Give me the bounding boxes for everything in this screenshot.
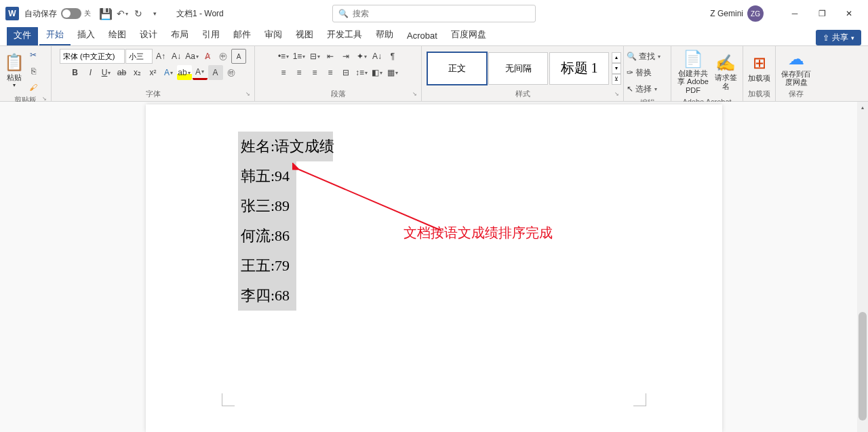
show-marks-button[interactable]: ¶ bbox=[385, 49, 400, 64]
share-button[interactable]: ⇪ 共享 ▾ bbox=[816, 30, 861, 45]
doc-data-row[interactable]: 王五:79 bbox=[238, 251, 296, 281]
font-size-input[interactable] bbox=[125, 49, 153, 64]
style-normal[interactable]: 正文 bbox=[427, 52, 487, 85]
style-no-spacing[interactable]: 无间隔 bbox=[488, 52, 548, 85]
tab-design[interactable]: 设计 bbox=[133, 25, 164, 45]
borders-button[interactable]: ▦ bbox=[385, 65, 400, 80]
doc-header-line[interactable]: 姓名:语文成绩 bbox=[238, 132, 333, 161]
shading-button[interactable]: ◧ bbox=[370, 65, 384, 80]
word-app-icon: W bbox=[5, 7, 19, 20]
line-spacing-button[interactable]: ↕≡ bbox=[354, 65, 369, 80]
highlight-button[interactable]: ab bbox=[177, 65, 192, 80]
tab-references[interactable]: 引用 bbox=[195, 25, 226, 45]
tab-review[interactable]: 审阅 bbox=[258, 25, 289, 45]
tab-devtools[interactable]: 开发工具 bbox=[320, 25, 369, 45]
paragraph-launcher[interactable]: ↘ bbox=[412, 90, 417, 99]
align-left-button[interactable]: ≡ bbox=[276, 65, 291, 80]
bullets-button[interactable]: •≡ bbox=[276, 49, 291, 64]
tab-baidu[interactable]: 百度网盘 bbox=[444, 25, 493, 45]
italic-button[interactable]: I bbox=[83, 65, 98, 80]
replace-button[interactable]: ✑替换 bbox=[627, 65, 669, 80]
create-pdf-button[interactable]: 📄 创建并共享 Adobe PDF bbox=[674, 47, 712, 97]
increase-indent-button[interactable]: ⇥ bbox=[338, 49, 353, 64]
copy-button[interactable]: ⎘ bbox=[26, 64, 41, 79]
align-right-button[interactable]: ≡ bbox=[307, 65, 322, 80]
strike-button[interactable]: ab bbox=[115, 65, 130, 80]
window-restore[interactable]: ❐ bbox=[808, 3, 835, 24]
addins-group-label: 加载项 bbox=[748, 90, 770, 98]
bold-button[interactable]: B bbox=[68, 65, 83, 80]
font-name-input[interactable] bbox=[60, 49, 125, 64]
phonetic-guide-button[interactable]: ㊥ bbox=[216, 49, 231, 64]
numbering-button[interactable]: 1≡ bbox=[292, 49, 307, 64]
window-close[interactable]: ✕ bbox=[835, 3, 863, 24]
sort-button[interactable]: A↓ bbox=[370, 49, 384, 64]
styles-expand[interactable]: ⊻ bbox=[612, 74, 621, 85]
window-minimize[interactable]: ─ bbox=[781, 3, 808, 24]
char-shading-button[interactable]: A bbox=[208, 65, 223, 80]
scroll-up-arrow[interactable]: ▴ bbox=[857, 102, 868, 113]
search-box[interactable]: 🔍 bbox=[332, 5, 536, 22]
doc-data-row[interactable]: 李四:68 bbox=[238, 281, 296, 311]
tab-acrobat[interactable]: Acrobat bbox=[400, 27, 444, 45]
clipboard-icon: 📋 bbox=[4, 54, 24, 71]
underline-button[interactable]: U bbox=[99, 65, 114, 80]
styles-scroll-up[interactable]: ▴ bbox=[612, 52, 621, 63]
pdf-icon: 📄 bbox=[683, 50, 703, 68]
tab-home[interactable]: 开始 bbox=[39, 25, 71, 45]
cut-button[interactable]: ✂ bbox=[26, 47, 41, 62]
save-baidu-button[interactable]: ☁ 保存到百度网盘 bbox=[778, 47, 814, 89]
save-button[interactable]: 💾 bbox=[98, 5, 114, 22]
text-effects-button[interactable]: A bbox=[161, 65, 176, 80]
change-case-button[interactable]: Aa bbox=[184, 49, 199, 64]
format-painter-button[interactable]: 🖌 bbox=[26, 80, 41, 95]
undo-button[interactable]: ↶ bbox=[114, 5, 130, 22]
tab-help[interactable]: 帮助 bbox=[369, 25, 400, 45]
tab-insert[interactable]: 插入 bbox=[71, 25, 102, 45]
tab-view[interactable]: 视图 bbox=[289, 25, 320, 45]
multilevel-button[interactable]: ⊟ bbox=[307, 49, 322, 64]
qat-customize[interactable]: ▾ bbox=[146, 5, 163, 22]
font-launcher[interactable]: ↘ bbox=[245, 90, 250, 99]
justify-button[interactable]: ≡ bbox=[323, 65, 338, 80]
signature-label: 请求签名 bbox=[713, 73, 738, 90]
vertical-scrollbar[interactable]: ▴ bbox=[857, 102, 868, 432]
replace-icon: ✑ bbox=[627, 68, 633, 77]
tab-mailings[interactable]: 邮件 bbox=[226, 25, 258, 45]
decrease-indent-button[interactable]: ⇤ bbox=[323, 49, 338, 64]
superscript-button[interactable]: x² bbox=[146, 65, 161, 80]
redo-button[interactable]: ↻ bbox=[130, 5, 146, 22]
autosave-toggle[interactable] bbox=[61, 8, 81, 19]
styles-launcher[interactable]: ↘ bbox=[614, 90, 619, 99]
font-color-button[interactable]: A bbox=[193, 65, 208, 80]
find-button[interactable]: 🔍查找 bbox=[627, 49, 669, 64]
doc-data-row[interactable]: 张三:89 bbox=[238, 191, 296, 221]
shrink-font-button[interactable]: A↓ bbox=[169, 49, 184, 64]
char-border-button[interactable]: A bbox=[231, 49, 246, 64]
addins-button[interactable]: ⊞ 加载项 bbox=[746, 52, 772, 84]
signature-icon: ✍ bbox=[715, 54, 736, 72]
select-button[interactable]: ↖选择 bbox=[627, 81, 669, 96]
user-name[interactable]: Z Gemini bbox=[710, 9, 743, 18]
user-avatar[interactable]: ZG bbox=[747, 5, 764, 22]
clear-format-button[interactable]: A̷ bbox=[200, 49, 215, 64]
tab-draw[interactable]: 绘图 bbox=[102, 25, 133, 45]
paste-button[interactable]: 📋 粘贴 ▾ bbox=[3, 51, 26, 91]
asian-layout-button[interactable]: ✦ bbox=[354, 49, 369, 64]
style-normal-label: 正文 bbox=[448, 62, 466, 75]
grow-font-button[interactable]: A↑ bbox=[153, 49, 168, 64]
style-heading1[interactable]: 标题 1 bbox=[549, 52, 609, 85]
scroll-thumb[interactable] bbox=[859, 312, 867, 420]
tab-file[interactable]: 文件 bbox=[7, 26, 38, 45]
enclose-char-button[interactable]: ㊕ bbox=[224, 65, 239, 80]
request-signature-button[interactable]: ✍ 请求签名 bbox=[712, 52, 739, 93]
align-center-button[interactable]: ≡ bbox=[292, 65, 307, 80]
paste-label: 粘贴 bbox=[7, 73, 22, 81]
tab-layout[interactable]: 布局 bbox=[164, 25, 195, 45]
search-input[interactable] bbox=[353, 9, 530, 18]
subscript-button[interactable]: x₂ bbox=[130, 65, 145, 80]
doc-data-row[interactable]: 韩五:94 bbox=[238, 161, 296, 191]
styles-scroll-down[interactable]: ▾ bbox=[612, 63, 621, 74]
doc-data-row[interactable]: 何流:86 bbox=[238, 221, 296, 251]
distributed-button[interactable]: ⊟ bbox=[338, 65, 353, 80]
